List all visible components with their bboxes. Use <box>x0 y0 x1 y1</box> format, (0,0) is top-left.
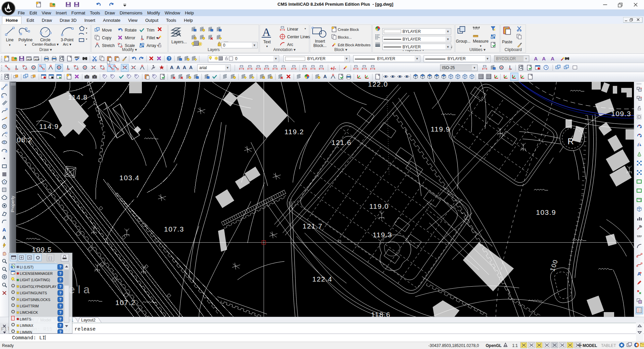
svg-text:LICENSEMANAGER: LICENSEMANAGER <box>20 271 53 276</box>
svg-text:Linear: Linear <box>287 27 298 32</box>
svg-text:A: A <box>542 56 546 61</box>
svg-text:Arc: Arc <box>287 42 293 47</box>
svg-text:A: A <box>551 56 554 61</box>
svg-text:109.5: 109.5 <box>32 246 52 253</box>
svg-text:+/-: +/- <box>330 66 336 71</box>
svg-text:119.9: 119.9 <box>431 125 450 133</box>
svg-text:107.2: 107.2 <box>115 299 136 306</box>
svg-text:119.2: 119.2 <box>284 128 304 136</box>
svg-text:Property: Property <box>10 196 15 212</box>
svg-text:▾: ▾ <box>307 36 308 39</box>
svg-text:LIGHTSINBLOCKS: LIGHTSINBLOCKS <box>20 298 50 302</box>
svg-text:Insert: Insert <box>315 39 325 44</box>
svg-text:Create Block: Create Block <box>338 28 359 32</box>
svg-text:▾: ▾ <box>480 44 482 48</box>
svg-text:LIMITS: LIMITS <box>20 317 31 321</box>
svg-text:121.7: 121.7 <box>303 222 323 230</box>
svg-text:109.3: 109.3 <box>611 110 631 117</box>
svg-text:LI (LIST): LI (LIST) <box>20 265 34 269</box>
svg-text:103.9: 103.9 <box>536 208 556 216</box>
svg-text:08.2: 08.2 <box>17 136 33 144</box>
svg-text:Layout2: Layout2 <box>81 318 96 322</box>
svg-text:R: R <box>568 136 574 146</box>
svg-text:LIGHTTRIM: LIGHTTRIM <box>20 304 39 308</box>
svg-text:LIGHT (LIGHTING): LIGHT (LIGHTING) <box>20 278 50 282</box>
svg-text:LIMCHECK: LIMCHECK <box>20 310 38 314</box>
svg-text:Text: Text <box>263 40 271 44</box>
svg-text:118.6: 118.6 <box>371 311 391 317</box>
svg-text:A: A <box>534 56 538 61</box>
svg-text:Measure: Measure <box>473 39 489 44</box>
svg-text:A: A <box>2 227 6 233</box>
svg-text:100: 100 <box>549 258 559 272</box>
svg-text:LIMMAX: LIMMAX <box>20 323 33 328</box>
svg-text:A: A <box>2 235 6 240</box>
svg-text:LIGHTINGUNITS: LIGHTINGUNITS <box>20 291 47 295</box>
svg-text:Blocks...: Blocks... <box>338 35 352 39</box>
svg-text:119.3: 119.3 <box>373 231 392 239</box>
svg-text:LIGHTGLYPHDISPLAY: LIGHTGLYPHDISPLAY <box>20 285 56 289</box>
svg-text:114.8: 114.8 <box>68 93 88 101</box>
svg-text:Paste: Paste <box>502 40 513 44</box>
svg-text:A: A <box>262 26 271 38</box>
svg-text:103.4: 103.4 <box>119 174 140 182</box>
svg-text:122.4: 122.4 <box>312 275 332 283</box>
svg-text:121.6: 121.6 <box>331 139 352 146</box>
svg-text:Edit Block Attributes: Edit Block Attributes <box>338 43 371 47</box>
svg-text:{ }: { } <box>48 256 52 260</box>
svg-text:▾: ▾ <box>266 45 268 48</box>
svg-text:LIMMIN: LIMMIN <box>20 330 32 334</box>
svg-text:▾: ▾ <box>305 27 306 30</box>
svg-text:114.9: 114.9 <box>39 122 59 130</box>
svg-text:107.3: 107.3 <box>164 225 184 233</box>
svg-text:Group...: Group... <box>456 39 470 44</box>
svg-text:122.0: 122.0 <box>368 82 388 88</box>
svg-text:119.0: 119.0 <box>369 202 389 210</box>
svg-text:Block...: Block... <box>313 43 326 48</box>
